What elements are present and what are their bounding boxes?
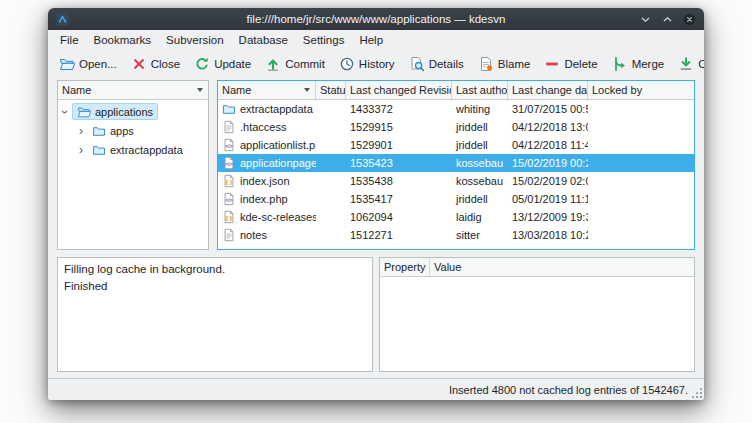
tree-item-label: extractappdata bbox=[110, 144, 183, 156]
json-file-icon bbox=[222, 210, 236, 224]
file-status bbox=[316, 172, 346, 190]
button-label: History bbox=[359, 58, 395, 70]
properties-panel: Property Value bbox=[379, 257, 695, 372]
file-locked-by bbox=[588, 226, 694, 244]
history-button[interactable]: History bbox=[334, 53, 400, 75]
file-status bbox=[316, 136, 346, 154]
column-header-name[interactable]: Name bbox=[218, 81, 316, 99]
blame-icon bbox=[478, 56, 494, 72]
update-button[interactable]: Update bbox=[189, 53, 256, 75]
button-label: Open... bbox=[79, 58, 117, 70]
menu-subversion[interactable]: Subversion bbox=[159, 32, 231, 48]
file-name: index.json bbox=[240, 175, 290, 187]
column-header-locked[interactable]: Locked by bbox=[588, 81, 694, 99]
open-button[interactable]: Open... bbox=[54, 53, 122, 75]
file-author: jriddell bbox=[452, 190, 508, 208]
file-status bbox=[316, 118, 346, 136]
column-header-value[interactable]: Value bbox=[430, 258, 694, 276]
folder-icon bbox=[92, 124, 106, 138]
file-locked-by bbox=[588, 208, 694, 226]
file-name: notes bbox=[240, 229, 267, 241]
update-icon bbox=[194, 56, 210, 72]
file-name: kde-sc-releases.json bbox=[240, 211, 316, 223]
tree-item-content[interactable]: apps bbox=[88, 124, 138, 138]
file-date: 05/01/2019 11:11 bbox=[508, 190, 588, 208]
button-label: Details bbox=[429, 58, 464, 70]
checkout-button[interactable]: Checkout bbox=[673, 53, 704, 75]
statusbar-message: Inserted 4800 not cached log entries of … bbox=[449, 384, 688, 396]
table-row[interactable]: applicationlist.php 1529901 jriddell 04/… bbox=[218, 136, 694, 154]
expander-closed-icon[interactable]: › bbox=[74, 144, 88, 156]
tree-item-label: apps bbox=[110, 125, 134, 137]
titlebar[interactable]: file:///home/jr/src/www/www/applications… bbox=[48, 8, 704, 30]
table-row[interactable]: extractappdata 1433372 whiting 31/07/201… bbox=[218, 100, 694, 118]
delete-button[interactable]: Delete bbox=[539, 53, 602, 75]
tree-item-content[interactable]: extractappdata bbox=[88, 143, 187, 157]
button-label: Merge bbox=[632, 58, 665, 70]
file-date: 15/02/2019 02:01 bbox=[508, 172, 588, 190]
column-label: Name bbox=[222, 84, 251, 96]
file-name: extractappdata bbox=[240, 103, 313, 115]
table-row[interactable]: index.json 1535438 kossebau 15/02/2019 0… bbox=[218, 172, 694, 190]
table-row[interactable]: notes 1512271 sitter 13/03/2018 10:26 bbox=[218, 226, 694, 244]
tree-item-extractappdata[interactable]: › extractappdata bbox=[58, 140, 208, 159]
column-label: Last changed Revision bbox=[350, 84, 452, 96]
tree-header-name[interactable]: Name bbox=[58, 81, 208, 99]
main-content: Name › applications › bbox=[48, 78, 704, 378]
blame-button[interactable]: Blame bbox=[473, 53, 536, 75]
file-status bbox=[316, 190, 346, 208]
file-revision: 1535417 bbox=[346, 190, 452, 208]
commit-button[interactable]: Commit bbox=[260, 53, 330, 75]
column-label: Last change date bbox=[512, 84, 588, 96]
column-header-property[interactable]: Property bbox=[380, 258, 430, 276]
file-author: whiting bbox=[452, 100, 508, 118]
menu-file[interactable]: File bbox=[53, 32, 86, 48]
column-header-revision[interactable]: Last changed Revision bbox=[346, 81, 452, 99]
expander-closed-icon[interactable]: › bbox=[74, 125, 88, 137]
expander-open-icon[interactable]: › bbox=[59, 105, 71, 119]
column-label: Last author bbox=[456, 84, 508, 96]
merge-button[interactable]: Merge bbox=[607, 53, 670, 75]
button-label: Blame bbox=[498, 58, 531, 70]
file-locked-by bbox=[588, 154, 694, 172]
table-row[interactable]: index.php 1535417 jriddell 05/01/2019 11… bbox=[218, 190, 694, 208]
log-line: Filling log cache in background. bbox=[64, 261, 366, 278]
menu-database[interactable]: Database bbox=[232, 32, 295, 48]
file-locked-by bbox=[588, 136, 694, 154]
table-row-selected[interactable]: applicationpage.php 1535423 kossebau 15/… bbox=[218, 154, 694, 172]
tree-item-applications[interactable]: › applications bbox=[58, 102, 208, 121]
tree-item-apps[interactable]: › apps bbox=[58, 121, 208, 140]
close-icon[interactable] bbox=[682, 12, 697, 27]
tree-selected-item[interactable]: applications bbox=[72, 103, 158, 120]
document-open-icon bbox=[59, 56, 75, 72]
column-header-date[interactable]: Last change date bbox=[508, 81, 588, 99]
maximize-icon[interactable] bbox=[660, 12, 675, 27]
log-output-panel[interactable]: Filling log cache in background. Finishe… bbox=[57, 257, 373, 372]
column-header-status[interactable]: Status bbox=[316, 81, 346, 99]
table-row[interactable]: kde-sc-releases.json 1062094 laidig 13/1… bbox=[218, 208, 694, 226]
history-icon bbox=[339, 56, 355, 72]
file-author: laidig bbox=[452, 208, 508, 226]
button-label: Checkout bbox=[698, 58, 704, 70]
kdesvn-window: file:///home/jr/src/www/www/applications… bbox=[48, 8, 704, 400]
minimize-icon[interactable] bbox=[638, 12, 653, 27]
properties-body[interactable] bbox=[380, 277, 694, 371]
folder-icon bbox=[92, 143, 106, 157]
menu-settings[interactable]: Settings bbox=[296, 32, 352, 48]
log-line: Finished bbox=[64, 278, 366, 295]
menu-help[interactable]: Help bbox=[352, 32, 390, 48]
file-name: applicationlist.php bbox=[240, 139, 316, 151]
menu-bookmarks[interactable]: Bookmarks bbox=[87, 32, 159, 48]
file-locked-by bbox=[588, 190, 694, 208]
sort-indicator-icon bbox=[197, 88, 203, 92]
file-status bbox=[316, 154, 346, 172]
details-button[interactable]: Details bbox=[404, 53, 469, 75]
close-button[interactable]: Close bbox=[126, 53, 185, 75]
file-date: 15/02/2019 00:24 bbox=[508, 154, 588, 172]
text-file-icon bbox=[222, 228, 236, 242]
file-author: jriddell bbox=[452, 118, 508, 136]
resize-grip-icon[interactable] bbox=[691, 387, 702, 398]
column-header-author[interactable]: Last author bbox=[452, 81, 508, 99]
table-row[interactable]: .htaccess 1529915 jriddell 04/12/2018 13… bbox=[218, 118, 694, 136]
php-file-icon bbox=[222, 138, 236, 152]
